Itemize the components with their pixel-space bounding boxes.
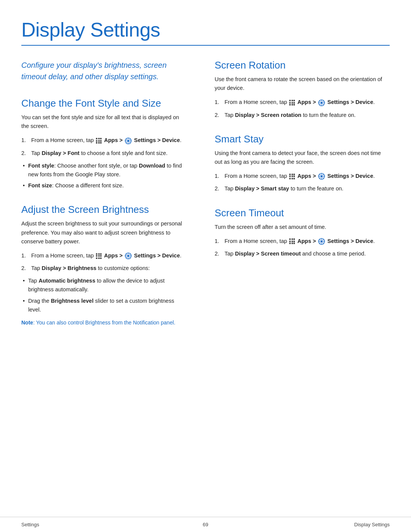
screen-timeout-step-1: 1. From a Home screen, tap Apps > bbox=[215, 237, 390, 246]
smart-stay-section-title: Smart Stay bbox=[215, 133, 390, 145]
left-column: Configure your display's brightness, scr… bbox=[21, 59, 206, 509]
footer-center: 69 bbox=[203, 522, 208, 527]
screen-timeout-steps: 1. From a Home screen, tap Apps > bbox=[215, 237, 390, 258]
font-step-1: 1. From a Home screen, tap Apps > bbox=[21, 136, 187, 145]
rotation-steps: 1. From a Home screen, tap Apps > bbox=[215, 98, 390, 119]
section-font: Change the Font Style and Size You can s… bbox=[21, 97, 187, 190]
screen-timeout-section-body: Turn the screen off after a set amount o… bbox=[215, 223, 390, 232]
rotation-section-body: Use the front camera to rotate the scree… bbox=[215, 75, 390, 93]
font-step-2: 2. Tap Display > Font to choose a font s… bbox=[21, 149, 187, 158]
svg-point-3 bbox=[127, 255, 129, 257]
settings-icon-3 bbox=[318, 99, 325, 106]
apps-icon-1 bbox=[96, 138, 102, 144]
svg-point-9 bbox=[321, 240, 323, 242]
apps-icon-5 bbox=[289, 238, 295, 244]
content-area: Configure your display's brightness, scr… bbox=[21, 59, 390, 509]
font-section-title: Change the Font Style and Size bbox=[21, 97, 187, 109]
section-rotation: Screen Rotation Use the front camera to … bbox=[215, 59, 390, 120]
rotation-section-title: Screen Rotation bbox=[215, 59, 390, 71]
intro-text: Configure your display's brightness, scr… bbox=[21, 59, 181, 82]
screen-timeout-section-title: Screen Timeout bbox=[215, 207, 390, 219]
brightness-step-1: 1. From a Home screen, tap Apps > bbox=[21, 251, 187, 260]
apps-icon-2 bbox=[96, 253, 102, 259]
font-steps: 1. From a Home screen, tap Apps > bbox=[21, 136, 187, 157]
rotation-step-1: 1. From a Home screen, tap Apps > bbox=[215, 98, 390, 107]
brightness-note: Note: You can also control Brightness fr… bbox=[21, 319, 187, 327]
apps-icon-3 bbox=[289, 100, 295, 105]
footer-left: Settings bbox=[21, 522, 39, 527]
brightness-step-2: 2. Tap Display > Brightness to customize… bbox=[21, 264, 187, 273]
svg-point-7 bbox=[321, 176, 323, 177]
rotation-step-2: 2. Tap Display > Screen rotation to turn… bbox=[215, 111, 390, 120]
font-bullet-2: Font size: Choose a different font size. bbox=[21, 181, 187, 190]
smart-stay-step-2: 2. Tap Display > Smart stay to turn the … bbox=[215, 184, 390, 193]
smart-stay-step-1: 1. From a Home screen, tap Apps > bbox=[215, 172, 390, 181]
apps-icon-4 bbox=[289, 174, 295, 179]
screen-timeout-step-2: 2. Tap Display > Screen timeout and choo… bbox=[215, 249, 390, 258]
settings-icon-4 bbox=[318, 173, 325, 180]
brightness-bullets: Tap Automatic brightness to allow the de… bbox=[21, 276, 187, 314]
svg-point-1 bbox=[127, 140, 129, 142]
footer-right: Display Settings bbox=[354, 522, 390, 527]
smart-stay-section-body: Using the front camera to detect your fa… bbox=[215, 149, 390, 166]
section-smart-stay: Smart Stay Using the front camera to det… bbox=[215, 133, 390, 193]
footer: Settings 69 Display Settings bbox=[0, 517, 411, 532]
section-brightness: Adjust the Screen Brightness Adjust the … bbox=[21, 204, 187, 327]
brightness-bullet-1: Tap Automatic brightness to allow the de… bbox=[21, 276, 187, 294]
brightness-steps: 1. From a Home screen, tap Apps > bbox=[21, 251, 187, 273]
right-column: Screen Rotation Use the front camera to … bbox=[206, 59, 390, 509]
font-bullets: Font style: Choose another font style, o… bbox=[21, 161, 187, 190]
brightness-section-body: Adjust the screen brightness to suit you… bbox=[21, 219, 187, 246]
brightness-section-title: Adjust the Screen Brightness bbox=[21, 204, 187, 216]
font-bullet-1: Font style: Choose another font style, o… bbox=[21, 161, 187, 179]
page-title: Display Settings bbox=[21, 18, 390, 41]
title-divider bbox=[21, 45, 390, 46]
page-wrapper: Display Settings Configure your display'… bbox=[0, 0, 411, 532]
brightness-bullet-2: Drag the Brightness level slider to set … bbox=[21, 297, 187, 314]
font-section-body: You can set the font style and size for … bbox=[21, 113, 187, 131]
svg-point-5 bbox=[321, 102, 323, 104]
smart-stay-steps: 1. From a Home screen, tap Apps > bbox=[215, 172, 390, 193]
section-screen-timeout: Screen Timeout Turn the screen off after… bbox=[215, 207, 390, 259]
settings-icon-1 bbox=[125, 137, 132, 144]
settings-icon-5 bbox=[318, 238, 325, 245]
settings-icon-2 bbox=[125, 252, 132, 259]
